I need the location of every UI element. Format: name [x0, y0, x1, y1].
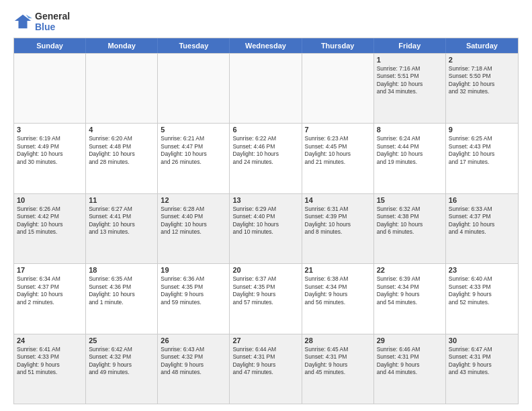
- day-info: Sunrise: 6:34 AM Sunset: 4:37 PM Dayligh…: [17, 275, 83, 306]
- day-info: Sunrise: 6:36 AM Sunset: 4:35 PM Dayligh…: [161, 275, 226, 306]
- day-number: 6: [232, 126, 298, 134]
- day-info: Sunrise: 6:31 AM Sunset: 4:39 PM Dayligh…: [305, 205, 371, 236]
- calendar-cell: [158, 54, 230, 123]
- calendar-cell: 9Sunrise: 6:25 AM Sunset: 4:43 PM Daylig…: [446, 124, 518, 193]
- day-info: Sunrise: 6:28 AM Sunset: 4:40 PM Dayligh…: [161, 205, 226, 236]
- calendar-cell: 29Sunrise: 6:46 AM Sunset: 4:31 PM Dayli…: [374, 334, 446, 404]
- day-number: 13: [232, 196, 298, 204]
- calendar-cell: 8Sunrise: 6:24 AM Sunset: 4:44 PM Daylig…: [374, 124, 446, 193]
- calendar-header-cell: Friday: [374, 38, 446, 53]
- day-info: Sunrise: 6:40 AM Sunset: 4:33 PM Dayligh…: [449, 275, 515, 306]
- calendar-cell: 2Sunrise: 7:18 AM Sunset: 5:50 PM Daylig…: [446, 54, 518, 123]
- day-number: 7: [305, 126, 371, 134]
- day-info: Sunrise: 6:20 AM Sunset: 4:48 PM Dayligh…: [89, 135, 154, 166]
- day-number: 16: [449, 196, 515, 204]
- calendar-cell: 20Sunrise: 6:37 AM Sunset: 4:35 PM Dayli…: [230, 264, 302, 333]
- calendar-cell: 7Sunrise: 6:23 AM Sunset: 4:45 PM Daylig…: [302, 124, 374, 193]
- calendar-cell: 13Sunrise: 6:29 AM Sunset: 4:40 PM Dayli…: [230, 194, 302, 263]
- calendar-header-cell: Sunday: [14, 38, 86, 53]
- day-number: 30: [449, 336, 515, 345]
- calendar-cell: 11Sunrise: 6:27 AM Sunset: 4:41 PM Dayli…: [86, 194, 158, 263]
- calendar-header-cell: Thursday: [302, 38, 374, 53]
- day-info: Sunrise: 7:16 AM Sunset: 5:51 PM Dayligh…: [377, 65, 443, 96]
- day-number: 29: [377, 336, 443, 345]
- calendar-cell: 26Sunrise: 6:43 AM Sunset: 4:32 PM Dayli…: [158, 334, 230, 404]
- day-info: Sunrise: 6:38 AM Sunset: 4:34 PM Dayligh…: [305, 275, 371, 306]
- day-info: Sunrise: 6:23 AM Sunset: 4:45 PM Dayligh…: [305, 135, 371, 166]
- calendar-row: 10Sunrise: 6:26 AM Sunset: 4:42 PM Dayli…: [14, 193, 518, 263]
- logo-icon: [13, 12, 32, 31]
- calendar-cell: 27Sunrise: 6:44 AM Sunset: 4:31 PM Dayli…: [230, 334, 302, 404]
- day-info: Sunrise: 6:41 AM Sunset: 4:33 PM Dayligh…: [17, 346, 83, 377]
- day-number: 11: [89, 196, 154, 204]
- day-info: Sunrise: 6:35 AM Sunset: 4:36 PM Dayligh…: [89, 275, 154, 306]
- day-info: Sunrise: 6:19 AM Sunset: 4:49 PM Dayligh…: [17, 135, 83, 166]
- calendar-cell: 12Sunrise: 6:28 AM Sunset: 4:40 PM Dayli…: [158, 194, 230, 263]
- day-number: 3: [17, 126, 83, 134]
- day-info: Sunrise: 6:46 AM Sunset: 4:31 PM Dayligh…: [377, 346, 443, 377]
- calendar-cell: 28Sunrise: 6:45 AM Sunset: 4:31 PM Dayli…: [302, 334, 374, 404]
- day-info: Sunrise: 6:25 AM Sunset: 4:43 PM Dayligh…: [449, 135, 515, 166]
- calendar-cell: 1Sunrise: 7:16 AM Sunset: 5:51 PM Daylig…: [374, 54, 446, 123]
- page: General Blue SundayMondayTuesdayWednesda…: [0, 0, 532, 411]
- calendar-cell: 22Sunrise: 6:39 AM Sunset: 4:34 PM Dayli…: [374, 264, 446, 333]
- day-number: 12: [161, 196, 226, 204]
- calendar-header-cell: Wednesday: [230, 38, 302, 53]
- calendar-header-cell: Monday: [86, 38, 158, 53]
- day-number: 14: [305, 196, 371, 204]
- day-info: Sunrise: 6:27 AM Sunset: 4:41 PM Dayligh…: [89, 205, 154, 236]
- day-info: Sunrise: 6:32 AM Sunset: 4:38 PM Dayligh…: [377, 205, 443, 236]
- calendar-cell: [86, 54, 158, 123]
- day-number: 21: [305, 266, 371, 274]
- logo: General Blue: [13, 11, 70, 32]
- day-info: Sunrise: 6:39 AM Sunset: 4:34 PM Dayligh…: [377, 275, 443, 306]
- day-number: 10: [17, 196, 83, 204]
- day-number: 22: [377, 266, 443, 274]
- day-info: Sunrise: 6:37 AM Sunset: 4:35 PM Dayligh…: [232, 275, 298, 306]
- calendar-cell: 25Sunrise: 6:42 AM Sunset: 4:32 PM Dayli…: [86, 334, 158, 404]
- calendar-cell: 15Sunrise: 6:32 AM Sunset: 4:38 PM Dayli…: [374, 194, 446, 263]
- day-number: 27: [232, 336, 298, 345]
- calendar-cell: 17Sunrise: 6:34 AM Sunset: 4:37 PM Dayli…: [14, 264, 86, 333]
- day-number: 9: [449, 126, 515, 134]
- calendar-cell: 3Sunrise: 6:19 AM Sunset: 4:49 PM Daylig…: [14, 124, 86, 193]
- day-info: Sunrise: 7:18 AM Sunset: 5:50 PM Dayligh…: [449, 65, 515, 96]
- day-info: Sunrise: 6:44 AM Sunset: 4:31 PM Dayligh…: [232, 346, 298, 377]
- day-number: 26: [161, 336, 226, 345]
- calendar-row: 1Sunrise: 7:16 AM Sunset: 5:51 PM Daylig…: [14, 53, 518, 123]
- day-number: 25: [89, 336, 154, 345]
- calendar-cell: [302, 54, 374, 123]
- day-number: 19: [161, 266, 226, 274]
- calendar-row: 17Sunrise: 6:34 AM Sunset: 4:37 PM Dayli…: [14, 263, 518, 333]
- calendar-cell: 6Sunrise: 6:22 AM Sunset: 4:46 PM Daylig…: [230, 124, 302, 193]
- logo-text: General Blue: [35, 11, 70, 32]
- day-info: Sunrise: 6:26 AM Sunset: 4:42 PM Dayligh…: [17, 205, 83, 236]
- day-number: 2: [449, 56, 515, 64]
- calendar-cell: 19Sunrise: 6:36 AM Sunset: 4:35 PM Dayli…: [158, 264, 230, 333]
- calendar-row: 24Sunrise: 6:41 AM Sunset: 4:33 PM Dayli…: [14, 334, 518, 404]
- day-number: 5: [161, 126, 226, 134]
- day-number: 23: [449, 266, 515, 274]
- calendar-cell: [14, 54, 86, 123]
- day-info: Sunrise: 6:42 AM Sunset: 4:32 PM Dayligh…: [89, 346, 154, 377]
- day-info: Sunrise: 6:21 AM Sunset: 4:47 PM Dayligh…: [161, 135, 226, 166]
- calendar-cell: 23Sunrise: 6:40 AM Sunset: 4:33 PM Dayli…: [446, 264, 518, 333]
- calendar-cell: 21Sunrise: 6:38 AM Sunset: 4:34 PM Dayli…: [302, 264, 374, 333]
- calendar-cell: 4Sunrise: 6:20 AM Sunset: 4:48 PM Daylig…: [86, 124, 158, 193]
- day-number: 8: [377, 126, 443, 134]
- calendar-cell: 5Sunrise: 6:21 AM Sunset: 4:47 PM Daylig…: [158, 124, 230, 193]
- day-info: Sunrise: 6:33 AM Sunset: 4:37 PM Dayligh…: [449, 205, 515, 236]
- calendar-body: 1Sunrise: 7:16 AM Sunset: 5:51 PM Daylig…: [14, 53, 518, 404]
- calendar-header: SundayMondayTuesdayWednesdayThursdayFrid…: [14, 38, 518, 53]
- day-info: Sunrise: 6:47 AM Sunset: 4:31 PM Dayligh…: [449, 346, 515, 377]
- calendar-cell: 10Sunrise: 6:26 AM Sunset: 4:42 PM Dayli…: [14, 194, 86, 263]
- calendar-cell: 14Sunrise: 6:31 AM Sunset: 4:39 PM Dayli…: [302, 194, 374, 263]
- calendar-cell: 30Sunrise: 6:47 AM Sunset: 4:31 PM Dayli…: [446, 334, 518, 404]
- day-number: 28: [305, 336, 371, 345]
- day-number: 17: [17, 266, 83, 274]
- day-number: 4: [89, 126, 154, 134]
- calendar-cell: 18Sunrise: 6:35 AM Sunset: 4:36 PM Dayli…: [86, 264, 158, 333]
- day-number: 15: [377, 196, 443, 204]
- calendar-cell: [230, 54, 302, 123]
- calendar: SundayMondayTuesdayWednesdayThursdayFrid…: [13, 38, 519, 404]
